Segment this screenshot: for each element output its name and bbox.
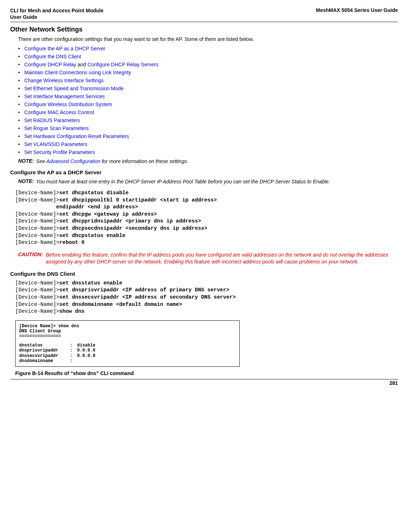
cmd: reboot 0 bbox=[59, 240, 85, 245]
cmd: endipaddr <end ip address> bbox=[15, 204, 138, 210]
caution-text: Before enabling this feature, confirm th… bbox=[46, 252, 398, 266]
list-item: Set Ethernet Speed and Transmission Mode bbox=[18, 86, 398, 91]
note-text-after: for more information on these settings. bbox=[100, 158, 188, 164]
link-dns-client[interactable]: Configure the DNS Client bbox=[24, 54, 81, 59]
dns-key: dnssecsvripaddr bbox=[19, 353, 70, 358]
note-text: See Advanced Configuration for more info… bbox=[36, 158, 189, 165]
link-wireless-interface[interactable]: Change Wireless Interface Settings bbox=[24, 78, 104, 83]
link-vlan-ssid[interactable]: Set VLAN/SSID Parameters bbox=[24, 141, 87, 147]
list-item: Configure DHCP Relay and Configure DHCP … bbox=[18, 62, 398, 67]
list-item: Configure the AP as a DHCP Server bbox=[18, 46, 398, 51]
note-text: You must have at least one entry in the … bbox=[36, 178, 330, 185]
link-dhcp-relay-servers[interactable]: Configure DHCP Relay Servers bbox=[88, 62, 159, 67]
page-number: 281 bbox=[10, 380, 398, 386]
cmd: set dnssecsvripaddr <IP address of secon… bbox=[59, 294, 236, 300]
prompt: [Device-Name]> bbox=[15, 233, 59, 238]
screenshot-line: [Device Name]> show dns bbox=[19, 324, 236, 329]
link-link-integrity[interactable]: Maintain Client Connections using Link I… bbox=[24, 70, 131, 75]
dns-colon: : bbox=[70, 348, 77, 353]
list-item: Change Wireless Interface Settings bbox=[18, 78, 398, 83]
dns-val: disable bbox=[77, 343, 106, 348]
dns-colon: : bbox=[70, 358, 77, 363]
prompt: [Device-Name]> bbox=[15, 280, 59, 286]
header-divider bbox=[10, 22, 398, 22]
prompt: [Device-Name]> bbox=[15, 294, 59, 300]
dns-key: dnsstatus bbox=[19, 343, 70, 348]
note-dhcp-pool: NOTE: You must have at least one entry i… bbox=[18, 178, 398, 185]
spacer bbox=[19, 339, 236, 343]
dns-table: dnsstatus:disable dnsprisvripaddr:0.0.0.… bbox=[19, 343, 236, 364]
link-dhcp-relay[interactable]: Configure DHCP Relay bbox=[24, 62, 76, 67]
list-item: Configure Wireless Distribution System bbox=[18, 101, 398, 107]
list-item: Set Hardware Configuration Reset Paramet… bbox=[18, 133, 398, 139]
link-rogue-scan[interactable]: Set Rogue Scan Parameters bbox=[24, 125, 89, 131]
screenshot-line: DNS Client Group bbox=[19, 329, 236, 334]
code-block-dns: [Device-Name]>set dnsstatus enable [Devi… bbox=[15, 280, 398, 315]
dns-key: dnsprisvripaddr bbox=[19, 348, 70, 353]
link-mac-access[interactable]: Configure MAC Access Control bbox=[24, 109, 94, 115]
dns-val: 0.0.0.0 bbox=[77, 353, 106, 358]
list-item: Set VLAN/SSID Parameters bbox=[18, 141, 398, 147]
note-label: NOTE: bbox=[18, 158, 34, 164]
cmd: show dns bbox=[59, 308, 85, 314]
dns-val bbox=[77, 358, 106, 363]
list-item: Configure the DNS Client bbox=[18, 54, 398, 59]
footer-divider bbox=[10, 379, 398, 379]
prompt: [Device-Name]> bbox=[15, 197, 59, 203]
link-dhcp-server[interactable]: Configure the AP as a DHCP Server bbox=[24, 46, 105, 51]
subheading-dns-client: Configure the DNS Client bbox=[10, 271, 398, 277]
link-hw-reset[interactable]: Set Hardware Configuration Reset Paramet… bbox=[24, 133, 129, 139]
header-left-line2: User Guide bbox=[10, 14, 37, 20]
note-text-before: See bbox=[36, 158, 46, 164]
header-right: MeshMAX 5054 Series User Guide bbox=[316, 7, 398, 13]
link-wds[interactable]: Configure Wireless Distribution System bbox=[24, 101, 112, 107]
link-radius[interactable]: Set RADIUS Parameters bbox=[24, 117, 80, 123]
list-item: Set Rogue Scan Parameters bbox=[18, 125, 398, 131]
prompt: [Device-Name]> bbox=[15, 240, 59, 245]
header-left-line1: CLI for Mesh and Access Point Module bbox=[10, 8, 104, 13]
dns-colon: : bbox=[70, 353, 77, 358]
dns-val: 0.0.0.0 bbox=[77, 348, 106, 353]
cmd: set dhcpgw <gateway ip address> bbox=[59, 211, 157, 217]
cmd: set dhcpstatus enable bbox=[59, 233, 126, 238]
cmd: set dnsstatus enable bbox=[59, 280, 122, 286]
header-left: CLI for Mesh and Access Point Module Use… bbox=[10, 7, 104, 20]
caution-dhcp: CAUTION: Before enabling this feature, c… bbox=[18, 252, 398, 266]
list-item: Set RADIUS Parameters bbox=[18, 117, 398, 123]
intro-text: There are other configuration settings t… bbox=[18, 36, 398, 42]
page-header: CLI for Mesh and Access Point Module Use… bbox=[10, 7, 398, 20]
link-security-profile[interactable]: Set Security Profile Parameters bbox=[24, 149, 95, 155]
note-label: NOTE: bbox=[18, 178, 34, 184]
link-interface-mgmt[interactable]: Set Interface Management Services bbox=[24, 93, 105, 99]
list-item: Set Interface Management Services bbox=[18, 93, 398, 99]
cmd: set dhcpsecdnsipaddr <secondary dns ip a… bbox=[59, 225, 207, 231]
link-advanced-config[interactable]: Advanced Configuration bbox=[46, 158, 100, 164]
cmd: set dhcppridnsipaddr <primary dns ip add… bbox=[59, 218, 201, 224]
subheading-dhcp-server: Configure the AP as a DHCP Server bbox=[10, 169, 398, 175]
prompt: [Device-Name]> bbox=[15, 190, 59, 196]
code-block-dhcp: [Device-Name]>set dhcpstatus disable [De… bbox=[15, 190, 398, 246]
screenshot-line: ================ bbox=[19, 334, 236, 339]
cmd: set dhcpstatus disable bbox=[59, 190, 129, 196]
note-advanced-config: NOTE: See Advanced Configuration for mor… bbox=[18, 158, 398, 165]
prompt: [Device-Name]> bbox=[15, 211, 59, 217]
screenshot-show-dns: [Device Name]> show dns DNS Client Group… bbox=[15, 320, 240, 367]
prompt: [Device-Name]> bbox=[15, 308, 59, 314]
link-ethernet-speed[interactable]: Set Ethernet Speed and Transmission Mode bbox=[24, 86, 124, 91]
dns-colon: : bbox=[70, 343, 77, 348]
cmd: set dnsprisvripaddr <IP address of prima… bbox=[59, 287, 230, 293]
list-item: Configure MAC Access Control bbox=[18, 109, 398, 115]
section-title: Other Network Settings bbox=[10, 26, 398, 33]
prompt: [Device-Name]> bbox=[15, 218, 59, 224]
figure-caption: Figure B-14 Results of “show dns” CLI co… bbox=[15, 370, 398, 376]
prompt: [Device-Name]> bbox=[15, 225, 59, 231]
caution-label: CAUTION: bbox=[18, 252, 43, 257]
link-list: Configure the AP as a DHCP Server Config… bbox=[18, 46, 398, 155]
prompt: [Device-Name]> bbox=[15, 287, 59, 293]
cmd: set dnsdomainname <default domain name> bbox=[59, 302, 182, 307]
cmd: set dhcpippooltbl 0 startipaddr <start i… bbox=[59, 197, 217, 203]
dns-key: dnsdomainname bbox=[19, 358, 70, 363]
list-item: Maintain Client Connections using Link I… bbox=[18, 70, 398, 75]
link-and-text: and bbox=[76, 62, 88, 67]
list-item: Set Security Profile Parameters bbox=[18, 149, 398, 155]
